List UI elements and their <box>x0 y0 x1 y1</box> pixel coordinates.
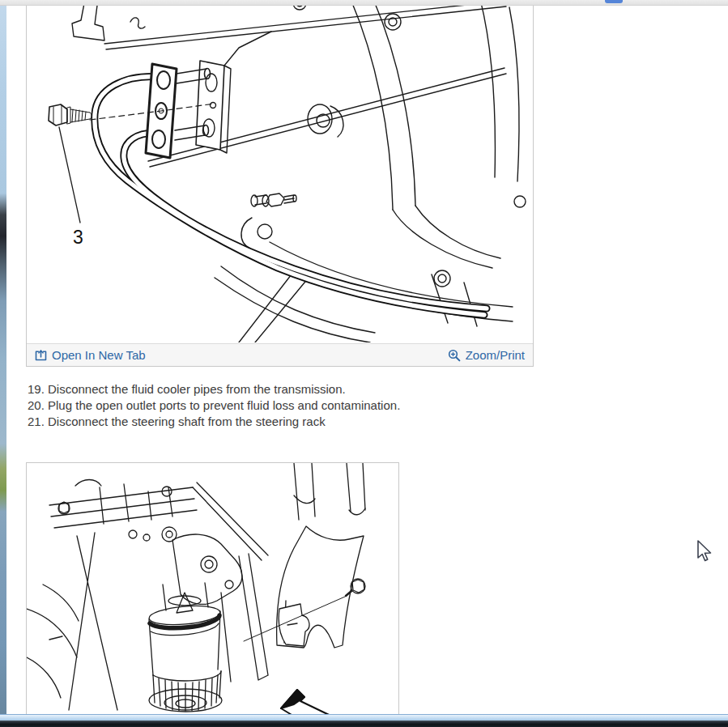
browser-toolbar-edge <box>0 0 728 6</box>
taskbar[interactable] <box>0 721 728 727</box>
zoom-print-label: Zoom/Print <box>466 349 525 361</box>
open-in-new-tab-link[interactable]: Open In New Tab <box>35 349 146 361</box>
figure-transmission-cooler-pipes: 3 Open In New Tab <box>26 0 534 367</box>
open-in-new-tab-label: Open In New Tab <box>52 349 146 361</box>
callout-3-label: 3 <box>73 227 83 248</box>
zoom-print-link[interactable]: Zoom/Print <box>448 349 525 362</box>
transmission-cooler-pipes-diagram: 3 <box>27 0 533 342</box>
figure-oil-filter <box>26 462 399 727</box>
figure-toolbar: Open In New Tab Zoom/Print <box>27 343 533 366</box>
screen: 3 Open In New Tab <box>0 0 728 727</box>
oil-filter-diagram <box>27 463 398 727</box>
step-21: 21. Disconnect the steering shaft from t… <box>28 414 400 430</box>
box-arrow-up-icon <box>35 350 47 361</box>
active-tab-accent <box>605 0 623 3</box>
step-19: 19. Disconnect the fluid cooler pipes fr… <box>28 381 400 398</box>
step-20: 20. Plug the open outlet ports to preven… <box>28 398 400 414</box>
desktop-wallpaper-strip <box>0 0 6 716</box>
magnifier-plus-icon <box>448 349 461 362</box>
window-bottom-edge <box>0 714 728 721</box>
instruction-steps: 19. Disconnect the fluid cooler pipes fr… <box>28 381 400 430</box>
mouse-cursor <box>697 540 713 564</box>
